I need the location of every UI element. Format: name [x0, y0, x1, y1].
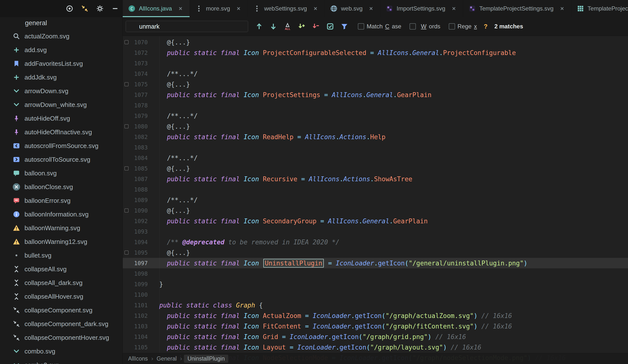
search-icon[interactable]	[128, 22, 137, 31]
code-line-1073[interactable]: 1073	[123, 58, 628, 68]
close-tab-icon[interactable]	[235, 4, 243, 13]
previous-occurrence-button[interactable]	[253, 20, 265, 33]
file-item-actualzoom-svg[interactable]: actualZoom.svg	[0, 29, 122, 43]
record-icon[interactable]	[66, 5, 74, 12]
code-line-1079[interactable]: 1079 /**...*/	[123, 111, 628, 121]
tab-more-svg[interactable]: more.svg	[190, 0, 248, 17]
breadcrumb-item-allicons[interactable]: AllIcons	[127, 355, 150, 363]
file-item-combo-svg[interactable]: combo.svg	[0, 344, 122, 358]
tab-templateprojectsettings-svg[interactable]: TemplateProjectSettings.svg	[463, 0, 571, 17]
code-line-1101[interactable]: 1101 public static class Graph {	[123, 300, 628, 310]
file-item-collapseallhover-svg[interactable]: collapseAllHover.svg	[0, 290, 122, 303]
tab-templateprojectstructure-svg[interactable]: TemplateProjectStructure.svg	[571, 0, 628, 17]
file-item-autohideoffinactive-svg[interactable]: autoHideOffInactive.svg	[0, 125, 122, 139]
file-item-addjdk-svg[interactable]: addJdk.svg	[0, 70, 122, 84]
file-item-autohideoff-svg[interactable]: autoHideOff.svg	[0, 112, 122, 125]
filter-button[interactable]	[338, 20, 350, 33]
fold-marker[interactable]	[124, 40, 129, 44]
checkbox[interactable]	[358, 23, 364, 30]
code-line-1070[interactable]: 1070 @{...}	[123, 37, 628, 48]
tab-web-svg[interactable]: web.svg	[325, 0, 380, 17]
file-item-add-svg[interactable]: add.svg	[0, 43, 122, 57]
code-line-1094[interactable]: 1094 /** @deprecated to be removed in ID…	[123, 237, 628, 247]
code-line-1093[interactable]: 1093	[123, 226, 628, 237]
breadcrumb-item-uninstallplugin[interactable]: UninstallPlugin	[184, 355, 228, 363]
close-tab-icon[interactable]	[367, 4, 375, 13]
code-line-1102[interactable]: 1102 public static final Icon ActualZoom…	[123, 310, 628, 321]
file-item-arrowdown-svg[interactable]: arrowDown.svg	[0, 84, 122, 98]
file-item-balloonclose-svg[interactable]: balloonClose.svg	[0, 180, 122, 194]
code-line-1105[interactable]: 1105 public static final Icon Layout = I…	[123, 342, 628, 353]
collapse-windows-icon[interactable]	[81, 5, 89, 12]
code-line-1077[interactable]: 1077 public static final Icon ProjectSet…	[123, 90, 628, 100]
code-line-1097[interactable]: 1097 public static final Icon UninstallP…	[123, 258, 628, 268]
match-case-checkbox[interactable]: Match Case	[358, 23, 401, 30]
code-line-1075[interactable]: 1075 @{...}	[123, 79, 628, 90]
code-line-1085[interactable]: 1085 @{...}	[123, 163, 628, 174]
tab-allicons-java[interactable]: CAllIcons.java	[123, 0, 190, 17]
checkbox[interactable]	[449, 23, 455, 30]
search-field[interactable]	[126, 21, 248, 32]
close-tab-icon[interactable]	[311, 4, 320, 13]
words-checkbox[interactable]: Words	[409, 23, 440, 30]
checkbox[interactable]	[409, 23, 416, 30]
fold-marker[interactable]	[124, 82, 129, 86]
code-line-1084[interactable]: 1084 /**...*/	[123, 153, 628, 163]
code-line-1080[interactable]: 1080 @{...}	[123, 121, 628, 132]
settings-icon[interactable]	[96, 5, 104, 12]
file-item-bullet-svg[interactable]: bullet.svg	[0, 248, 122, 262]
file-item-addfavoriteslist-svg[interactable]: addFavoritesList.svg	[0, 57, 122, 70]
file-item-collapsecomponent-svg[interactable]: collapseComponent.svg	[0, 303, 122, 317]
code-line-1095[interactable]: 1095 @{...}	[123, 247, 628, 258]
close-tab-icon[interactable]	[176, 4, 185, 13]
clear-search-icon[interactable]	[237, 22, 245, 31]
code-line-1100[interactable]: 1100	[123, 289, 628, 300]
tab-importsettings-svg[interactable]: ImportSettings.svg	[380, 0, 463, 17]
next-occurrence-button[interactable]	[267, 20, 279, 33]
code-line-1072[interactable]: 1072 public static final Icon ProjectCon…	[123, 48, 628, 58]
code-line-1074[interactable]: 1074 /**...*/	[123, 68, 628, 79]
file-item-autoscrolltosource-svg[interactable]: autoscrollToSource.svg	[0, 153, 122, 166]
fold-marker[interactable]	[124, 166, 129, 171]
regex-help-link[interactable]: ?	[484, 23, 487, 30]
hide-icon[interactable]	[111, 5, 119, 12]
code-line-1082[interactable]: 1082 public static final Icon ReadHelp =…	[123, 132, 628, 142]
file-item-arrowdown-white-svg[interactable]: arrowDown_white.svg	[0, 98, 122, 112]
regex-checkbox[interactable]: Regex	[449, 23, 479, 30]
file-item-balloon-svg[interactable]: balloon.svg	[0, 166, 122, 180]
code-line-1089[interactable]: 1089 /**...*/	[123, 195, 628, 205]
file-item-autoscrollfromsource-svg[interactable]: autoscrollFromSource.svg	[0, 139, 122, 153]
add-occurrence-button[interactable]	[296, 20, 308, 33]
fold-marker[interactable]	[124, 250, 129, 255]
code-editor[interactable]: 1070 @{...}1072 public static final Icon…	[123, 36, 628, 364]
code-line-1104[interactable]: 1104 public static final Icon Grid = Ico…	[123, 331, 628, 342]
file-item-collapsecomponent-dark-svg[interactable]: collapseComponent_dark.svg	[0, 317, 122, 331]
file-item-collapseall-dark-svg[interactable]: collapseAll_dark.svg	[0, 276, 122, 290]
file-item-balloonerror-svg[interactable]: balloonError.svg	[0, 194, 122, 207]
remove-occurrence-button[interactable]	[310, 20, 322, 33]
search-input[interactable]	[139, 23, 225, 30]
file-item-combo2-svg[interactable]: combo2.svg	[0, 358, 122, 364]
code-line-1092[interactable]: 1092 public static final Icon SecondaryG…	[123, 216, 628, 226]
breadcrumb-item-general[interactable]: General	[155, 355, 178, 363]
file-item-ballooninformation-svg[interactable]: balloonInformation.svg	[0, 207, 122, 221]
code-line-1099[interactable]: 1099 }	[123, 279, 628, 289]
fold-marker[interactable]	[124, 208, 129, 213]
code-line-1088[interactable]: 1088	[123, 184, 628, 195]
code-line-1083[interactable]: 1083	[123, 142, 628, 153]
search-in-selection-button[interactable]	[324, 20, 336, 33]
file-item-balloonwarning12-svg[interactable]: balloonWarning12.svg	[0, 235, 122, 248]
tab-websettings-svg[interactable]: webSettings.svg	[248, 0, 325, 17]
file-item-collapsecomponenthover-svg[interactable]: collapseComponentHover.svg	[0, 331, 122, 344]
file-item-collapseall-svg[interactable]: collapseAll.svg	[0, 262, 122, 276]
fold-marker[interactable]	[124, 124, 129, 128]
code-line-1098[interactable]: 1098	[123, 268, 628, 279]
file-item-balloonwarning-svg[interactable]: balloonWarning.svg	[0, 221, 122, 235]
code-line-1103[interactable]: 1103 public static final Icon FitContent…	[123, 321, 628, 331]
close-tab-icon[interactable]	[558, 4, 566, 13]
close-tab-icon[interactable]	[450, 4, 458, 13]
code-line-1087[interactable]: 1087 public static final Icon Recursive …	[123, 174, 628, 184]
code-line-1078[interactable]: 1078	[123, 100, 628, 111]
code-line-1090[interactable]: 1090 @{...}	[123, 205, 628, 216]
tree-root-general[interactable]: general	[0, 17, 122, 29]
